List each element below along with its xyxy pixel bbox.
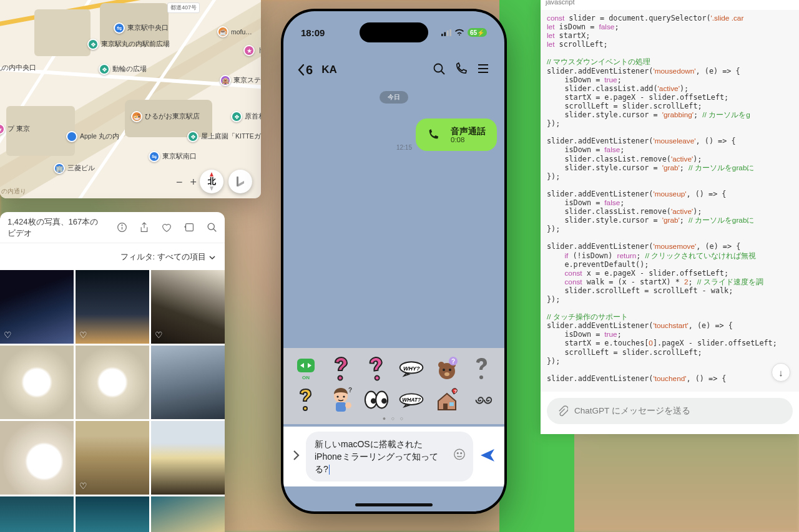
svg-point-36 — [479, 375, 483, 379]
chat-title: KA — [321, 64, 423, 76]
svg-point-53 — [457, 453, 458, 454]
svg-point-37 — [303, 407, 307, 410]
zoom-in-button[interactable]: + — [190, 176, 197, 189]
svg-line-19 — [441, 71, 444, 74]
svg-rect-11 — [185, 224, 193, 231]
photo-thumbnail[interactable]: ♡ — [76, 421, 149, 495]
svg-point-31 — [443, 369, 445, 371]
sticker-on[interactable]: ON — [293, 356, 318, 381]
phone-icon — [423, 125, 443, 145]
favorite-icon: ♡ — [4, 330, 12, 340]
photo-thumbnail[interactable]: ♡ — [151, 270, 225, 344]
maps-window[interactable]: 都道407号 の内通り ⇋東京駅中央口❖東京駅丸の内駅前広場❖動輪の広場☕mof… — [0, 0, 261, 198]
photo-thumbnail[interactable] — [151, 496, 225, 532]
svg-rect-49 — [443, 404, 448, 410]
send-button[interactable] — [479, 448, 496, 465]
svg-point-18 — [434, 64, 443, 72]
favorite-icon: ♡ — [155, 330, 163, 340]
search-icon[interactable] — [206, 222, 217, 233]
map-poi[interactable]: ❖原首相遭… — [231, 111, 261, 122]
photos-window[interactable]: 1,424枚の写真、167本のビデオ フィルタ: すべての項目 ♡♡♡♡ — [0, 212, 225, 532]
map-poi[interactable]: 🏨東京ステ… — [220, 75, 261, 86]
map-poi[interactable]: ☕mofu… — [217, 26, 252, 37]
svg-rect-15 — [444, 32, 446, 36]
map-poi[interactable]: ★プ 東京 — [0, 123, 30, 135]
sticker-house[interactable]: ? — [434, 387, 459, 412]
sticker-eyes[interactable] — [364, 387, 389, 412]
cellular-icon — [441, 29, 451, 36]
photo-thumbnail[interactable] — [0, 346, 74, 419]
rotate-icon[interactable] — [184, 222, 195, 233]
sticker-what[interactable]: WHAT? — [399, 387, 424, 412]
call-icon[interactable] — [454, 62, 468, 78]
sticker-spiral[interactable] — [469, 387, 494, 412]
road-label: 都道407号 — [167, 2, 200, 13]
photo-thumbnail[interactable] — [151, 346, 225, 419]
search-icon[interactable] — [432, 62, 446, 78]
map-poi[interactable]: ⇋東京駅南口 — [149, 151, 197, 162]
emoji-icon[interactable] — [453, 448, 466, 465]
message-input[interactable]: 新しいmacOSに搭載されたiPhoneミラーリングって知ってる? — [306, 432, 473, 482]
page-dots: ● ○ ○ — [293, 415, 494, 422]
svg-rect-41 — [336, 402, 346, 412]
map-poi[interactable]: Apple 丸の内 — [66, 131, 119, 142]
compass-button[interactable]: 北 — [200, 170, 223, 193]
expand-icon[interactable] — [292, 450, 300, 464]
map-poi[interactable]: 🏢三菱ビル — [54, 163, 95, 174]
info-icon[interactable] — [116, 222, 127, 233]
sticker-why[interactable]: WHY? — [399, 356, 424, 381]
photo-thumbnail[interactable] — [0, 496, 74, 532]
photo-thumbnail[interactable] — [151, 421, 225, 495]
svg-point-39 — [337, 395, 339, 397]
map-poi[interactable]: ⇋東京駅中央口 — [114, 22, 169, 34]
attach-icon — [557, 405, 568, 417]
sticker-bear[interactable]: ? — [434, 356, 459, 381]
zoom-out-button[interactable]: − — [176, 176, 183, 189]
svg-point-33 — [444, 372, 449, 376]
svg-rect-50 — [449, 402, 454, 406]
menu-icon[interactable] — [477, 63, 491, 77]
photo-thumbnail[interactable] — [0, 421, 74, 495]
chat-input[interactable]: ChatGPT にメッセージを送る — [547, 398, 793, 424]
sticker-boy[interactable]: ? — [328, 387, 353, 412]
map-poi[interactable]: ★トラベ…サービ… — [243, 45, 261, 56]
svg-point-10 — [121, 225, 122, 226]
heart-icon[interactable] — [161, 222, 172, 233]
sticker-question-yellow[interactable] — [293, 387, 318, 412]
map-poi[interactable]: ❖屋上庭園「KITTEガー… — [187, 131, 261, 142]
svg-rect-16 — [447, 30, 449, 36]
back-button[interactable]: 6 — [297, 63, 313, 77]
sticker-question-pink[interactable] — [328, 356, 353, 381]
svg-text:ON: ON — [302, 375, 310, 380]
view-3d-button[interactable] — [228, 170, 252, 193]
svg-text:?: ? — [348, 387, 352, 394]
iphone-mirror-frame: 18:09 65⚡ 6 KA 今日 12:15 — [281, 9, 507, 514]
photo-thumbnail[interactable]: ♡ — [76, 270, 149, 344]
sticker-question-pink-tilt[interactable] — [364, 356, 389, 381]
svg-point-54 — [461, 453, 462, 454]
sticker-question-grey[interactable] — [469, 356, 494, 381]
call-bubble[interactable]: 音声通話 0:08 — [416, 118, 497, 151]
sticker-panel: ON WHY? ? ? WHAT? ? ● ○ ○ — [283, 348, 504, 424]
iphone-screen[interactable]: 18:09 65⚡ 6 KA 今日 12:15 — [283, 11, 504, 511]
street-label: の内通り — [1, 187, 26, 196]
map-poi[interactable]: ⇋丸の内中央口 — [0, 62, 36, 74]
photo-thumbnail[interactable] — [76, 346, 149, 419]
scroll-down-button[interactable]: ↓ — [772, 363, 790, 382]
map-poi[interactable]: 🍜ひるがお東京駅店 — [131, 111, 200, 122]
photo-thumbnail[interactable]: ♡ — [0, 270, 74, 344]
photos-filter[interactable]: フィルタ: すべての項目 — [0, 243, 225, 270]
share-icon[interactable] — [139, 222, 150, 233]
svg-text:?: ? — [454, 389, 457, 394]
code-block[interactable]: const slider = document.querySelector('.… — [541, 10, 799, 392]
chat-body[interactable]: 今日 12:15 音声通話 0:08 — [283, 85, 504, 348]
svg-rect-7 — [237, 177, 238, 186]
photo-thumbnail[interactable] — [76, 496, 149, 532]
svg-point-40 — [343, 395, 345, 397]
svg-text:?: ? — [451, 358, 455, 365]
map-poi[interactable]: ❖動輪の広場 — [99, 64, 147, 75]
svg-rect-14 — [441, 34, 443, 36]
home-indicator[interactable] — [355, 503, 433, 506]
code-window: javascript const slider = document.query… — [541, 0, 799, 434]
map-poi[interactable]: ❖東京駅丸の内駅前広場 — [87, 39, 170, 50]
